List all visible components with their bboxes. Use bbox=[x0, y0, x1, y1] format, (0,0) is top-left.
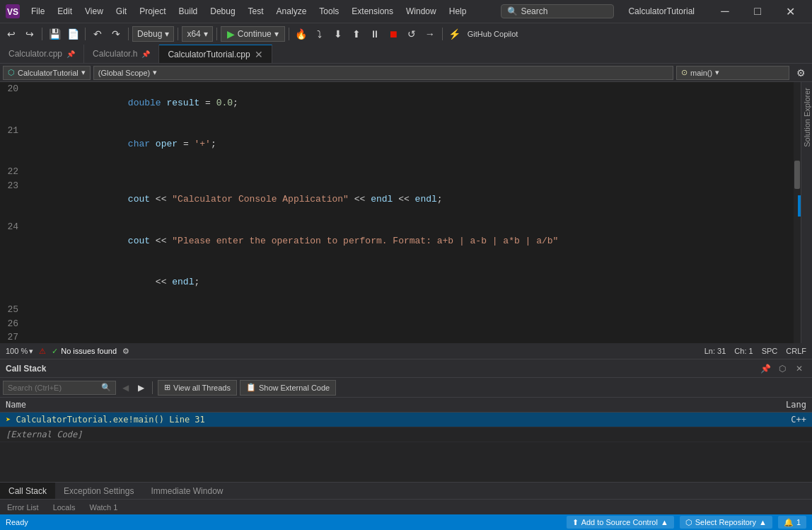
title-search-box[interactable]: 🔍 Search bbox=[501, 4, 614, 18]
menu-debug[interactable]: Debug bbox=[204, 4, 240, 19]
code-line-26: 26 bbox=[0, 317, 794, 331]
close-panel-button[interactable]: ✕ bbox=[792, 362, 806, 376]
float-panel-button[interactable]: ⬡ bbox=[775, 362, 789, 376]
github-copilot-button[interactable]: ⚡ bbox=[446, 25, 463, 42]
hot-reload-button[interactable]: 🔥 bbox=[293, 25, 310, 42]
code-line-24b: << endl; bbox=[0, 262, 794, 304]
callstack-row-1[interactable]: [External Code] bbox=[0, 427, 812, 442]
copilot-icon: ⚡ bbox=[448, 28, 460, 40]
pin-icon: 📌 bbox=[66, 50, 75, 58]
code-content-24b[interactable]: << endl; bbox=[37, 262, 794, 304]
tab-watch-1[interactable]: Watch 1 bbox=[82, 501, 124, 514]
callstack-row-0[interactable]: ➤ CalculatorTutorial.exe!main() Line 31 … bbox=[0, 413, 812, 427]
line-num-22: 22 bbox=[0, 165, 25, 179]
continue-button[interactable]: ▶ Continue ▾ bbox=[221, 26, 285, 42]
show-external-code-button[interactable]: 📋 Show External Code bbox=[240, 380, 336, 396]
scope-label: CalculatorTutorial bbox=[18, 69, 79, 77]
solution-explorer-panel[interactable]: Solution Explorer bbox=[801, 82, 812, 343]
settings-button[interactable]: ⚙ bbox=[792, 64, 809, 81]
menu-project[interactable]: Project bbox=[134, 4, 171, 19]
code-content-26[interactable] bbox=[37, 317, 794, 331]
tab-close-button[interactable]: ✕ bbox=[255, 49, 263, 60]
chevron-down-icon4: ▾ bbox=[81, 68, 86, 77]
step-out-button[interactable]: ⬆ bbox=[348, 25, 365, 42]
forward-button[interactable]: ↪ bbox=[21, 25, 38, 42]
code-content-27[interactable]: Calculator c; bbox=[37, 330, 794, 343]
vertical-scrollbar[interactable] bbox=[794, 82, 801, 343]
code-line-25: 25 bbox=[0, 303, 794, 317]
tab-immediate-window[interactable]: Immediate Window bbox=[142, 483, 231, 500]
view-all-threads-button[interactable]: ⊞ View all Threads bbox=[158, 380, 237, 396]
step-over-button[interactable]: ⤵ bbox=[311, 25, 328, 42]
select-repository-button[interactable]: ⬡ Select Repository ▲ bbox=[680, 516, 772, 529]
sep5 bbox=[216, 28, 217, 40]
tab-locals[interactable]: Locals bbox=[46, 501, 83, 514]
restart-button[interactable]: ↺ bbox=[403, 25, 420, 42]
line-num-24b bbox=[0, 262, 25, 304]
menu-window[interactable]: Window bbox=[400, 4, 442, 19]
callstack-search-input[interactable] bbox=[8, 384, 101, 392]
menu-extensions[interactable]: Extensions bbox=[346, 4, 399, 19]
solution-explorer-label: Solution Explorer bbox=[801, 82, 813, 153]
back-nav-button[interactable]: ◀ bbox=[119, 381, 132, 394]
code-content-25[interactable] bbox=[37, 303, 794, 317]
project-icon: ⬡ bbox=[8, 68, 15, 77]
debug-mode-dropdown[interactable]: Debug ▾ bbox=[132, 26, 174, 42]
select-repo-label: Select Repository bbox=[695, 518, 756, 526]
tab-error-list[interactable]: Error List bbox=[0, 501, 46, 514]
pin-panel-button[interactable]: 📌 bbox=[758, 362, 772, 376]
stop-button[interactable]: ⏹ bbox=[385, 25, 402, 42]
source-control-label: Add to Source Control bbox=[581, 518, 658, 526]
code-editor[interactable]: 20 double result = 0.0; 21 char oper = '… bbox=[0, 82, 794, 343]
code-content-20[interactable]: double result = 0.0; bbox=[37, 82, 794, 124]
menu-git[interactable]: Git bbox=[110, 4, 132, 19]
scope-dropdown[interactable]: ⬡ CalculatorTutorial ▾ bbox=[3, 66, 91, 80]
editor-status-bar: 100 % ▾ ⚠ ✓ No issues found ⚙ Ln: 31 Ch:… bbox=[0, 343, 812, 359]
tab-calculator-h[interactable]: Calculator.h 📌 bbox=[84, 45, 159, 63]
code-content-21[interactable]: char oper = '+'; bbox=[37, 124, 794, 166]
menu-test[interactable]: Test bbox=[243, 4, 269, 19]
callstack-table[interactable]: Name Lang ➤ CalculatorTutorial.exe!main(… bbox=[0, 398, 812, 482]
scroll-thumb[interactable] bbox=[794, 161, 800, 189]
notification-button[interactable]: 🔔 1 bbox=[778, 516, 806, 529]
cs-row-name-1: [External Code] bbox=[0, 427, 770, 442]
step-into-button[interactable]: ⬇ bbox=[330, 25, 347, 42]
close-button[interactable]: ✕ bbox=[774, 0, 806, 23]
minimize-button[interactable]: ─ bbox=[709, 0, 741, 23]
save-button[interactable]: 💾 bbox=[46, 25, 63, 42]
redo-button[interactable]: ↷ bbox=[108, 25, 124, 42]
tab-exception-settings[interactable]: Exception Settings bbox=[55, 483, 142, 500]
menu-analyze[interactable]: Analyze bbox=[271, 4, 313, 19]
menu-build[interactable]: Build bbox=[173, 4, 204, 19]
forward-nav-button[interactable]: ▶ bbox=[134, 381, 147, 394]
context-dropdown[interactable]: (Global Scope) ▾ bbox=[93, 66, 673, 80]
menu-edit[interactable]: Edit bbox=[52, 4, 78, 19]
name-col-header: Name bbox=[0, 398, 770, 413]
status-right: Ln: 31 Ch: 1 SPC CRLF bbox=[704, 347, 806, 355]
menu-tools[interactable]: Tools bbox=[313, 4, 344, 19]
callstack-search[interactable]: 🔍 bbox=[3, 381, 116, 395]
menu-file[interactable]: File bbox=[25, 4, 50, 19]
add-to-source-control-button[interactable]: ⬆ Add to Source Control ▲ bbox=[567, 516, 674, 529]
debug-toolbar-more[interactable]: → bbox=[422, 25, 439, 42]
back-button[interactable]: ↩ bbox=[3, 25, 20, 42]
new-file-button[interactable]: 📄 bbox=[64, 25, 81, 42]
settings-icon[interactable]: ⚙ bbox=[122, 347, 129, 356]
function-dropdown[interactable]: ⊙ main() ▾ bbox=[676, 66, 789, 80]
platform-dropdown[interactable]: x64 ▾ bbox=[182, 26, 212, 42]
tab-calculatortutorial-cpp[interactable]: CalculatorTutorial.cpp ✕ bbox=[159, 45, 272, 63]
menu-help[interactable]: Help bbox=[443, 4, 472, 19]
tab-calculator-cpp[interactable]: Calculator.cpp 📌 bbox=[0, 45, 84, 63]
code-content-24[interactable]: cout << "Please enter the operation to p… bbox=[37, 220, 794, 262]
zoom-level[interactable]: 100 % ▾ bbox=[6, 347, 33, 356]
tab-call-stack[interactable]: Call Stack bbox=[0, 483, 55, 500]
line-indicator-27 bbox=[25, 330, 37, 343]
maximize-button[interactable]: □ bbox=[741, 0, 774, 23]
code-content-22[interactable] bbox=[37, 165, 794, 179]
undo-button[interactable]: ↶ bbox=[89, 25, 106, 42]
pause-button[interactable]: ⏸ bbox=[366, 25, 383, 42]
menu-view[interactable]: View bbox=[79, 4, 109, 19]
code-content-23[interactable]: cout << "Calculator Console Application"… bbox=[37, 179, 794, 221]
scroll-position-indicator bbox=[798, 195, 801, 217]
line-num-23: 23 bbox=[0, 179, 25, 221]
